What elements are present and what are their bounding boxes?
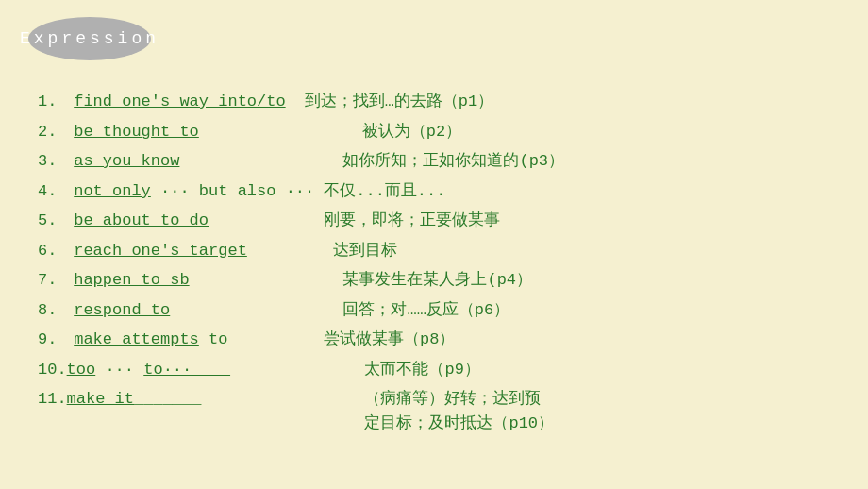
list-item: 7. happen to sb 某事发生在某人身上(p4） [38, 268, 840, 293]
list-item: 4. not only ··· but also ··· 不仅...而且... [38, 179, 840, 204]
item-chinese-11: （病痛等）好转；达到预定目标；及时抵达（p10） [364, 387, 554, 435]
item-chinese-10: 太而不能（p9） [364, 358, 479, 382]
item-chinese-5: 刚要，即将；正要做某事 [324, 209, 500, 233]
item-number-11: 11. [38, 387, 67, 412]
item-english-6: reach one's target [64, 239, 314, 263]
item-number-9: 9. [38, 328, 64, 352]
item-chinese-8: 回答；对……反应（p6） [342, 298, 509, 323]
item-english-2: be thought to [64, 120, 343, 144]
list-item: 11. make it_______ （病痛等）好转；达到预定目标；及时抵达（p… [38, 387, 840, 435]
list-item: 6. reach one's target 达到目标 [38, 239, 840, 263]
item-english-11: make it_______ [67, 387, 346, 412]
item-english-8: respond to [64, 298, 324, 323]
item-number-3: 3. [38, 149, 64, 174]
list-item: 8. respond to 回答；对……反应（p6） [38, 298, 840, 323]
item-chinese-6: 达到目标 [333, 239, 397, 263]
list-item: 3. as you know 如你所知；正如你知道的(p3） [38, 149, 840, 174]
item-english-4: not only ··· but also ··· [64, 179, 314, 204]
item-english-7: happen to sb [64, 268, 324, 293]
item-number-7: 7. [38, 268, 64, 293]
item-number-2: 2. [38, 120, 64, 144]
item-number-8: 8. [38, 298, 64, 323]
main-page: Expression 1. find one's way into/to 到达；… [0, 0, 868, 489]
item-number-5: 5. [38, 209, 64, 233]
item-number-4: 4. [38, 179, 64, 204]
item-english-5: be about to do [64, 209, 305, 233]
item-chinese-4: 不仅...而且... [324, 179, 445, 204]
item-english-1: find one's way into/to [64, 90, 286, 114]
list-item: 10. too ··· to···____ 太而不能（p9） [38, 358, 840, 382]
item-english-9: make attempts to [64, 328, 305, 352]
list-item: 1. find one's way into/to 到达；找到…的去路（p1） [38, 90, 840, 114]
item-english-10: too ··· to···____ [67, 358, 346, 382]
item-chinese-3: 如你所知；正如你知道的(p3） [342, 149, 564, 174]
list-item: 5. be about to do 刚要，即将；正要做某事 [38, 209, 840, 233]
item-chinese-9: 尝试做某事（p8） [324, 328, 455, 352]
header-title: Expression [20, 29, 159, 48]
list-item: 9. make attempts to 尝试做某事（p8） [38, 328, 840, 352]
item-chinese-7: 某事发生在某人身上(p4） [342, 268, 532, 293]
item-chinese-1: 到达；找到…的去路（p1） [305, 90, 494, 114]
list-item: 2. be thought to 被认为（p2） [38, 120, 840, 144]
item-number-6: 6. [38, 239, 64, 263]
item-english-3: as you know [64, 149, 324, 174]
item-number-10: 10. [38, 358, 67, 382]
header-label: Expression [28, 17, 151, 60]
expression-list: 1. find one's way into/to 到达；找到…的去路（p1） … [28, 90, 840, 435]
item-number-1: 1. [38, 90, 64, 114]
item-chinese-2: 被认为（p2） [362, 120, 461, 144]
